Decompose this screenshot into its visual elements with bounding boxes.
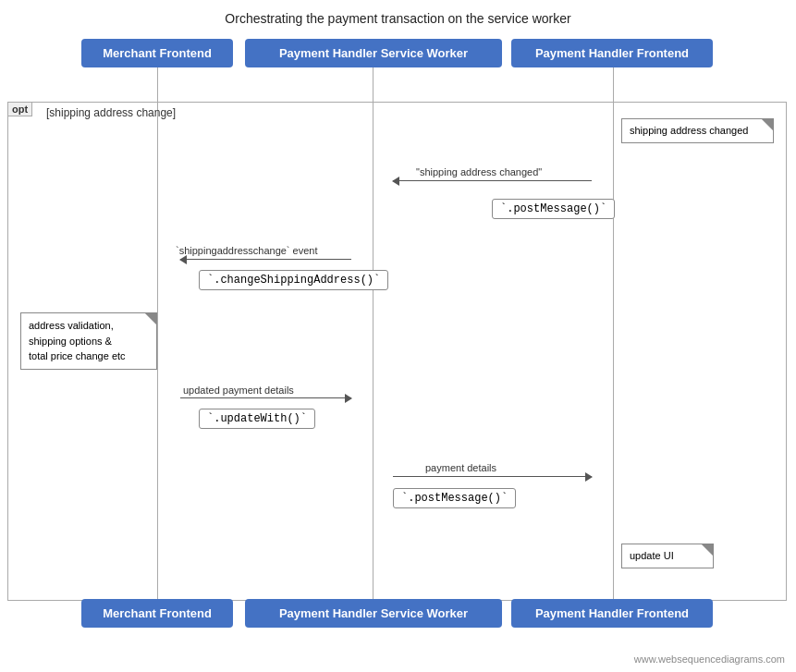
arrow-updated-payment-details [180,397,351,398]
arrow-shipping-address-changed [393,180,592,181]
actor-frontend-header: Payment Handler Frontend [511,39,713,67]
arrow-label-shipping-address-changed: "shipping address changed" [416,166,542,177]
opt-label: opt [7,102,32,116]
note-shipping-address-changed: shipping address changed [621,118,774,143]
code-post-message-1: `.postMessage()` [492,199,615,219]
actor-merchant-header: Merchant Frontend [81,39,233,67]
arrow-label-updated-payment-details: updated payment details [183,385,294,396]
opt-condition: [shipping address change] [46,106,176,119]
code-post-message-2: `.postMessage()` [393,488,516,508]
actor-service-worker-footer: Payment Handler Service Worker [245,599,502,628]
watermark: www.websequencediagrams.com [634,654,785,665]
actor-service-worker-header: Payment Handler Service Worker [245,39,502,67]
diagram-container: Orchestrating the payment transaction on… [0,0,796,672]
arrow-shipping-address-change-event [180,259,351,260]
actor-frontend-footer: Payment Handler Frontend [511,599,713,628]
arrow-payment-details [393,476,592,477]
code-update-with: `.updateWith()` [199,409,315,429]
note-update-ui: update UI [621,544,714,568]
diagram-title: Orchestrating the payment transaction on… [0,0,796,33]
actor-merchant-footer: Merchant Frontend [81,599,233,628]
arrow-label-payment-details: payment details [425,462,496,473]
arrow-label-shipping-address-change-event: `shippingaddresschange` event [176,245,318,256]
code-change-shipping-address: `.changeShippingAddress()` [199,270,388,290]
note-address-validation: address validation,shipping options &tot… [20,312,157,370]
